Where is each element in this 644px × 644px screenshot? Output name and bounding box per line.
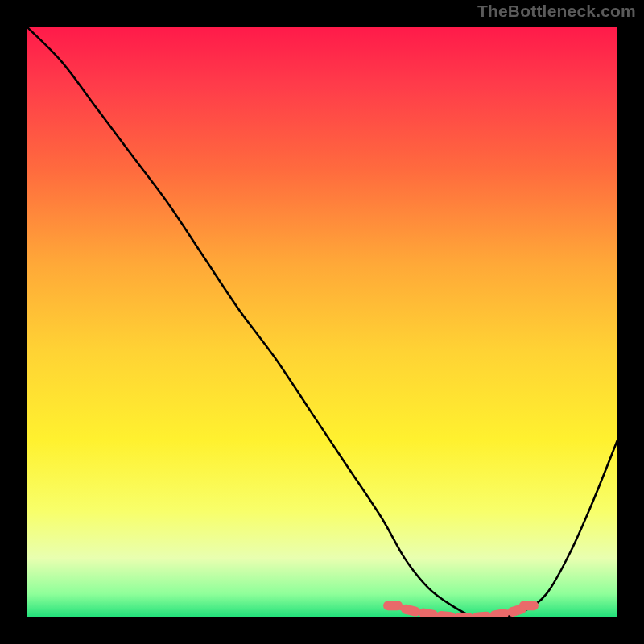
highlight-marker-dot (417, 609, 422, 614)
highlight-marker-dot (399, 605, 404, 610)
highlight-marker-dot (506, 610, 510, 615)
bottleneck-curve (27, 27, 617, 617)
watermark-text: TheBottleneck.com (477, 2, 636, 21)
highlight-marker-dot (435, 613, 440, 617)
highlight-markers (383, 601, 539, 617)
highlight-marker-dot (520, 605, 525, 610)
chart-svg-layer (27, 27, 617, 617)
chart-plot-area (27, 27, 617, 617)
